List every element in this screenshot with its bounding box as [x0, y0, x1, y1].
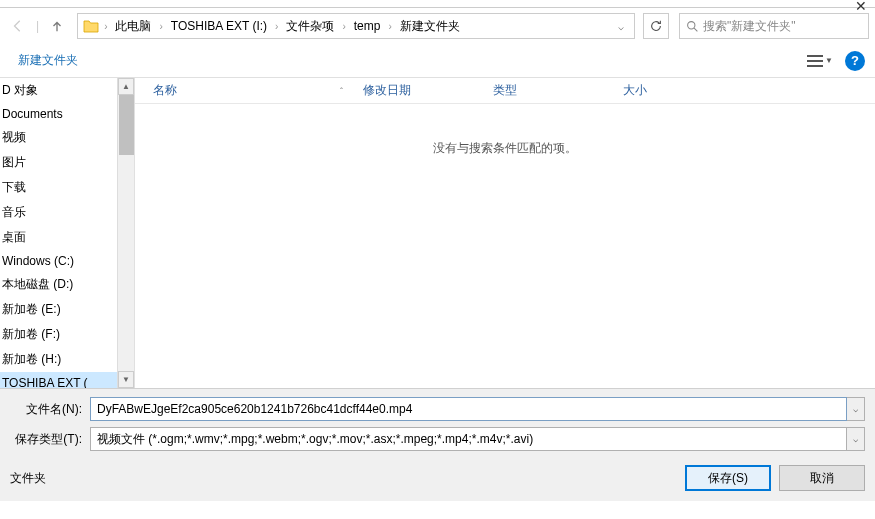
scrollbar-thumb[interactable] [119, 95, 134, 155]
up-button[interactable] [45, 14, 69, 38]
navigation-row: | › 此电脑 › TOSHIBA EXT (I:) › 文件杂项 › temp… [0, 8, 875, 44]
column-label: 名称 [153, 82, 177, 99]
sidebar-item[interactable]: 新加卷 (E:) [0, 297, 134, 322]
svg-point-0 [688, 21, 695, 28]
sidebar: D 对象 Documents 视频 图片 下载 音乐 桌面 Windows (C… [0, 78, 135, 388]
column-headers: 名称 ˆ 修改日期 类型 大小 [135, 78, 875, 104]
breadcrumb-item[interactable]: TOSHIBA EXT (I:) [167, 17, 271, 35]
svg-rect-4 [807, 65, 823, 67]
column-header-size[interactable]: 大小 [623, 82, 703, 99]
filename-dropdown-icon[interactable]: ⌵ [847, 397, 865, 421]
sidebar-item[interactable]: 图片 [0, 150, 134, 175]
help-button[interactable]: ? [845, 51, 865, 71]
filename-input[interactable] [90, 397, 847, 421]
chevron-right-icon[interactable]: › [340, 21, 347, 32]
sidebar-item[interactable]: 音乐 [0, 200, 134, 225]
sidebar-item[interactable]: 视频 [0, 125, 134, 150]
scroll-up-icon[interactable]: ▲ [118, 78, 134, 95]
svg-rect-3 [807, 60, 823, 62]
filetype-label: 保存类型(T): [0, 431, 90, 448]
sidebar-item[interactable]: D 对象 [0, 78, 134, 103]
new-folder-button[interactable]: 新建文件夹 [10, 48, 86, 73]
chevron-right-icon[interactable]: › [273, 21, 280, 32]
empty-message: 没有与搜索条件匹配的项。 [135, 140, 875, 157]
folder-icon [82, 17, 100, 35]
filetype-row: 保存类型(T): ⌵ [0, 427, 865, 451]
sort-indicator-icon: ˆ [340, 86, 343, 96]
sidebar-item[interactable]: 新加卷 (H:) [0, 347, 134, 372]
svg-line-1 [694, 28, 697, 31]
chevron-right-icon[interactable]: › [386, 21, 393, 32]
breadcrumb-item[interactable]: temp [350, 17, 385, 35]
breadcrumb-item[interactable]: 新建文件夹 [396, 16, 464, 37]
chevron-down-icon: ▼ [825, 56, 833, 65]
breadcrumb-item[interactable]: 此电脑 [111, 16, 155, 37]
search-icon [686, 20, 699, 33]
back-button[interactable] [6, 14, 30, 38]
sidebar-scrollbar[interactable]: ▲ ▼ [117, 78, 134, 388]
chevron-right-icon[interactable]: › [157, 21, 164, 32]
filetype-dropdown-icon[interactable]: ⌵ [847, 427, 865, 451]
view-mode-button[interactable]: ▼ [803, 52, 837, 70]
scroll-down-icon[interactable]: ▼ [118, 371, 134, 388]
column-header-type[interactable]: 类型 [493, 82, 623, 99]
filename-label: 文件名(N): [0, 401, 90, 418]
svg-rect-2 [807, 55, 823, 57]
search-box[interactable] [679, 13, 869, 39]
chevron-right-icon[interactable]: › [102, 21, 109, 32]
sidebar-item[interactable]: Windows (C:) [0, 250, 134, 272]
hide-folders-button[interactable]: 文件夹 [2, 466, 54, 491]
column-header-name[interactable]: 名称 ˆ [153, 82, 363, 99]
sidebar-item[interactable]: Documents [0, 103, 134, 125]
sidebar-item[interactable]: 下载 [0, 175, 134, 200]
sidebar-item[interactable]: 桌面 [0, 225, 134, 250]
sidebar-item[interactable]: 新加卷 (F:) [0, 322, 134, 347]
cancel-button[interactable]: 取消 [779, 465, 865, 491]
titlebar: ✕ [0, 0, 875, 8]
button-row: 文件夹 保存(S) 取消 [0, 465, 865, 491]
bottom-panel: 文件名(N): ⌵ 保存类型(T): ⌵ 文件夹 保存(S) 取消 [0, 388, 875, 501]
body-area: D 对象 Documents 视频 图片 下载 音乐 桌面 Windows (C… [0, 78, 875, 388]
filetype-select[interactable] [90, 427, 847, 451]
sidebar-item[interactable]: 本地磁盘 (D:) [0, 272, 134, 297]
sidebar-item[interactable]: TOSHIBA EXT ( [0, 372, 134, 388]
breadcrumb-item[interactable]: 文件杂项 [282, 16, 338, 37]
nav-separator: | [36, 19, 39, 33]
column-header-date[interactable]: 修改日期 [363, 82, 493, 99]
save-button[interactable]: 保存(S) [685, 465, 771, 491]
toolbar: 新建文件夹 ▼ ? [0, 44, 875, 78]
file-list-area: 名称 ˆ 修改日期 类型 大小 没有与搜索条件匹配的项。 [135, 78, 875, 388]
search-input[interactable] [703, 19, 862, 33]
address-dropdown-icon[interactable]: ⌵ [612, 21, 630, 32]
address-bar[interactable]: › 此电脑 › TOSHIBA EXT (I:) › 文件杂项 › temp ›… [77, 13, 635, 39]
filename-row: 文件名(N): ⌵ [0, 397, 865, 421]
close-icon[interactable]: ✕ [855, 0, 867, 14]
refresh-button[interactable] [643, 13, 669, 39]
